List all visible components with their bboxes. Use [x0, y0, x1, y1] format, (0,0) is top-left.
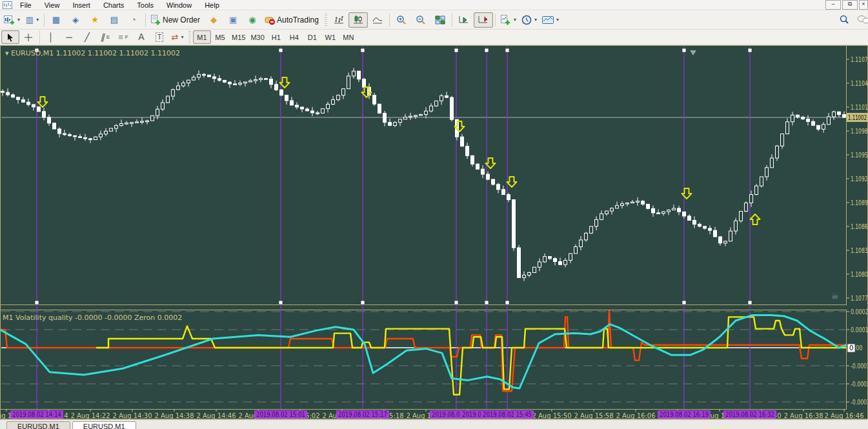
cursor-tool[interactable]	[1, 30, 19, 44]
svg-text:-0.0001: -0.0001	[851, 363, 868, 370]
text-icon: A	[138, 33, 144, 41]
auto-scroll-button[interactable]	[454, 12, 474, 28]
chevron-down-icon: ▾	[534, 17, 537, 23]
timeframe-d1[interactable]: D1	[303, 30, 321, 44]
text-label-icon: T	[156, 32, 164, 42]
svg-text:1.11015: 1.11015	[851, 104, 868, 111]
terminal-button[interactable]: ▤	[105, 12, 124, 28]
svg-text:2 Aug 15:58: 2 Aug 15:58	[574, 412, 613, 419]
channel-icon: ∥	[101, 33, 105, 41]
market-watch-button[interactable]: ▦	[46, 12, 66, 28]
menu-tools[interactable]: Tools	[130, 1, 160, 9]
auto-scroll-icon	[458, 15, 469, 25]
timeframe-m30[interactable]: M30	[248, 30, 267, 44]
menu-view[interactable]: View	[38, 1, 66, 9]
search-button[interactable]	[834, 12, 854, 28]
chart-tab-eurusd-2[interactable]: EURUSD,M1	[72, 421, 136, 429]
svg-text:2019.08.02 15:45: 2019.08.02 15:45	[483, 411, 532, 418]
favorites-star-icon: ★	[91, 15, 99, 24]
terminal-icon: ▤	[110, 15, 118, 24]
text-label-tool[interactable]: T	[150, 30, 168, 44]
strategy-tester-button[interactable]: ◔	[124, 12, 143, 28]
timeframe-mn[interactable]: MN	[339, 30, 358, 44]
close-button[interactable]: ×	[859, 0, 868, 10]
templates-button[interactable]: ▾	[540, 12, 561, 28]
indicators-button[interactable]: ▾	[498, 12, 519, 28]
indicators-icon	[500, 15, 511, 25]
svg-text:2 Aug 14:30: 2 Aug 14:30	[112, 412, 152, 419]
standard-toolbar: ▾ ▥ ▾ ▦ ◈ ★ ▤ ◔ New Order ◆ ▣ ◉ AutoTrad…	[0, 10, 868, 30]
chart-title: ▾ EURUSD,M1 1.11002 1.11002 1.11002 1.11…	[5, 49, 180, 57]
svg-text:2019.08.02 16:19: 2019.08.02 16:19	[660, 411, 709, 418]
menu-file[interactable]: File	[14, 1, 38, 9]
search-icon	[839, 15, 849, 25]
text-tool[interactable]: A	[132, 30, 150, 44]
svg-text:2 Aug 16:06: 2 Aug 16:06	[616, 412, 655, 419]
metaeditor-button[interactable]: ◆	[204, 12, 223, 28]
timeframe-m1[interactable]: M1	[193, 30, 211, 44]
vertical-line-tool[interactable]: │	[42, 30, 60, 44]
timeframe-m5[interactable]: M5	[211, 30, 229, 44]
experts-button[interactable]: ▣	[223, 12, 243, 28]
arrows-tool[interactable]: ⇄▾	[168, 30, 187, 44]
svg-text:2019.08.02 14:14: 2019.08.02 14:14	[12, 411, 61, 418]
community-chat-button[interactable]	[854, 12, 868, 28]
mt4-window: File View Insert Charts Tools Window Hel…	[0, 0, 868, 429]
market-watch-icon: ▦	[52, 15, 60, 24]
chart-area[interactable]: ▾ EURUSD,M1 1.11002 1.11002 1.11002 1.11…	[0, 45, 868, 419]
autotrading-button[interactable]: AutoTrading	[262, 12, 323, 28]
candlestick-chart-button[interactable]	[348, 12, 368, 28]
new-order-label: New Order	[163, 15, 201, 25]
chevron-down-icon: ▾	[556, 17, 559, 23]
menu-help[interactable]: Help	[198, 1, 226, 9]
chart-tabs-bar: EURUSD,M1 EURUSD,M1	[0, 419, 868, 429]
zoom-out-button[interactable]	[411, 12, 430, 28]
timeframe-h4[interactable]: H4	[285, 30, 303, 44]
new-order-button[interactable]: New Order	[148, 12, 204, 28]
favorites-button[interactable]: ★	[85, 12, 105, 28]
trendline-tool[interactable]: ╱	[78, 30, 96, 44]
new-chart-button[interactable]: ▾	[1, 12, 23, 28]
indicator-title: M1 Volatility quality -0.0000 -0.0000 Ze…	[3, 314, 182, 322]
chevron-down-icon: ▾	[36, 17, 39, 23]
svg-text:2 Aug 14:22: 2 Aug 14:22	[70, 412, 110, 419]
clock-icon	[521, 15, 532, 25]
navigator-button[interactable]: ◈	[66, 12, 85, 28]
trendline-icon: ╱	[85, 33, 90, 41]
menu-insert[interactable]: Insert	[66, 1, 97, 9]
timeframe-w1[interactable]: W1	[321, 30, 339, 44]
zoom-in-button[interactable]	[392, 12, 411, 28]
periods-button[interactable]: ▾	[519, 12, 540, 28]
svg-text:1.10805: 1.10805	[851, 271, 868, 278]
crosshair-tool[interactable]	[19, 30, 37, 44]
timeframe-h1[interactable]: H1	[267, 30, 285, 44]
menu-charts[interactable]: Charts	[97, 1, 130, 9]
cursor-arrow-icon	[6, 33, 14, 42]
chart-shift-button[interactable]	[474, 12, 493, 28]
svg-text:1.11045: 1.11045	[851, 80, 868, 87]
new-order-icon	[150, 15, 161, 25]
restore-button[interactable]: ⧉	[842, 0, 858, 10]
tile-windows-button[interactable]	[430, 12, 450, 28]
chart-tab-eurusd-1[interactable]: EURUSD,M1	[6, 421, 70, 429]
signal-icon: ◉	[248, 15, 256, 24]
svg-text:1.10955: 1.10955	[851, 152, 868, 159]
profiles-button[interactable]: ▥ ▾	[23, 12, 42, 28]
line-chart-button[interactable]	[368, 12, 387, 28]
signals-button[interactable]: ◉	[243, 12, 262, 28]
minimize-button[interactable]: –	[825, 0, 841, 10]
svg-text:1.10775: 1.10775	[851, 295, 868, 302]
horizontal-line-tool[interactable]: ─	[60, 30, 78, 44]
equidistant-channel-tool[interactable]: ∥E	[96, 30, 114, 44]
svg-text:1.10985: 1.10985	[851, 128, 868, 135]
svg-text:2 Aug 16:46: 2 Aug 16:46	[824, 412, 863, 419]
menu-window[interactable]: Window	[160, 1, 198, 9]
menu-bar: File View Insert Charts Tools Window Hel…	[0, 0, 868, 10]
svg-text:2 Aug 14:46: 2 Aug 14:46	[196, 412, 236, 419]
arrows-icon: ⇄	[172, 33, 179, 41]
price-chart-svg[interactable]: ▾ EURUSD,M1 1.11002 1.11002 1.11002 1.11…	[0, 45, 868, 419]
timeframe-m15[interactable]: M15	[229, 30, 248, 44]
line-studies-toolbar: │ ─ ╱ ∥E ≡F A T ⇄▾ M1 M5 M15 M30 H1 H4 D…	[0, 30, 868, 45]
bar-chart-button[interactable]	[329, 12, 348, 28]
fibonacci-tool[interactable]: ≡F	[114, 30, 132, 44]
